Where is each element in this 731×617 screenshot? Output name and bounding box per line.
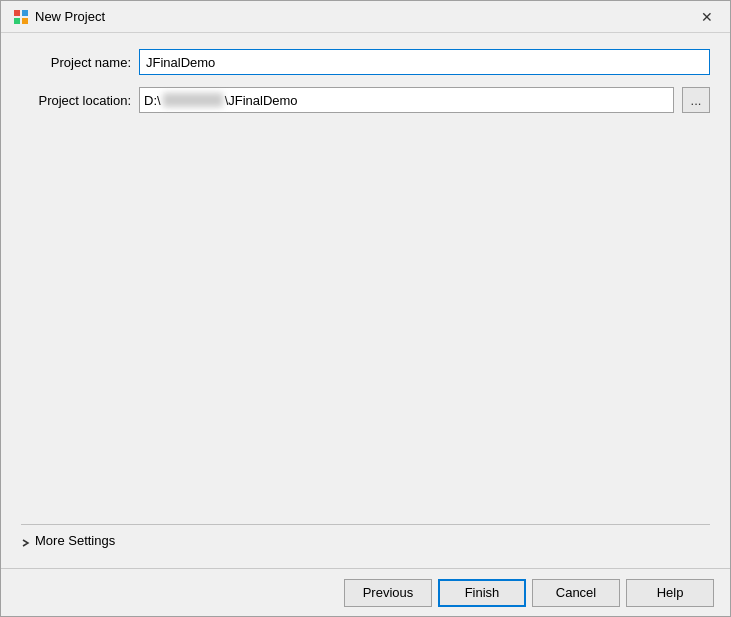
- location-prefix: D:\: [144, 93, 161, 108]
- browse-button[interactable]: ...: [682, 87, 710, 113]
- cancel-button[interactable]: Cancel: [532, 579, 620, 607]
- more-settings-label: More Settings: [35, 533, 115, 548]
- spacer: [21, 125, 710, 512]
- new-project-dialog: New Project ✕ Project name: Project loca…: [0, 0, 731, 617]
- title-bar: New Project ✕: [1, 1, 730, 33]
- app-icon: [13, 9, 29, 25]
- previous-button[interactable]: Previous: [344, 579, 432, 607]
- project-name-row: Project name:: [21, 49, 710, 75]
- close-button[interactable]: ✕: [696, 6, 718, 28]
- help-button[interactable]: Help: [626, 579, 714, 607]
- chevron-right-icon: [21, 536, 31, 546]
- title-bar-left: New Project: [13, 9, 105, 25]
- dialog-footer: Previous Finish Cancel Help: [1, 568, 730, 616]
- project-name-input[interactable]: [139, 49, 710, 75]
- svg-rect-2: [14, 18, 20, 24]
- svg-rect-3: [22, 18, 28, 24]
- project-location-label: Project location:: [21, 93, 131, 108]
- dialog-title: New Project: [35, 9, 105, 24]
- project-name-label: Project name:: [21, 55, 131, 70]
- project-location-row: Project location: D:\ \JFinalDemo ...: [21, 87, 710, 113]
- svg-rect-1: [22, 10, 28, 16]
- dialog-body: Project name: Project location: D:\ \JFi…: [1, 33, 730, 568]
- location-blurred: [163, 93, 223, 107]
- more-settings-section[interactable]: More Settings: [21, 524, 710, 552]
- location-suffix: \JFinalDemo: [225, 93, 298, 108]
- svg-rect-0: [14, 10, 20, 16]
- finish-button[interactable]: Finish: [438, 579, 526, 607]
